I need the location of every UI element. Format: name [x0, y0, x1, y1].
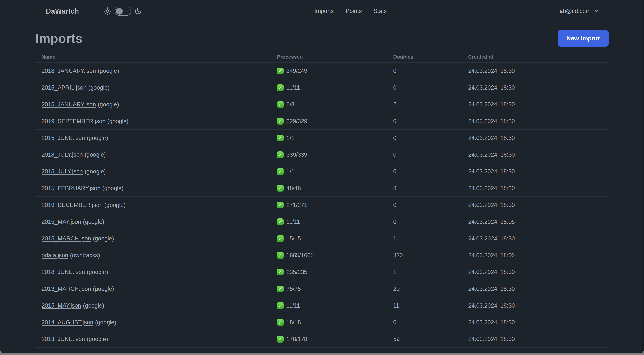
import-source-label: (google): [84, 151, 106, 158]
table-row: 2018_JULY.json(google) ✓ 339/339 0 24.03…: [36, 146, 608, 163]
import-file-link[interactable]: 2019_SEPTEMBER.json: [42, 118, 106, 124]
processed-count: 1/1: [286, 168, 294, 175]
column-header-processed: Processed: [277, 54, 393, 60]
import-source-label: (google): [87, 336, 108, 342]
processed-cell: ✓ 1/1: [277, 135, 393, 141]
name-cell: 2015_JANUARY.json(google): [36, 101, 277, 108]
name-cell: 2018_JANUARY.json(google): [36, 68, 277, 74]
import-file-link[interactable]: odata.json: [42, 252, 68, 259]
theme-toggle-group: [104, 6, 142, 16]
name-cell: 2019_DECEMBER.json(google): [36, 202, 277, 208]
doubles-cell: 0: [393, 319, 468, 326]
import-file-link[interactable]: 2015_JUNE.json: [42, 135, 85, 141]
table-header-row: Name Processed Doubles Created at: [36, 52, 608, 63]
import-file-link[interactable]: 2015_JULY.json: [42, 168, 83, 175]
doubles-cell: 1: [393, 269, 468, 276]
table-row: 2015_JANUARY.json(google) ✓ 8/8 2 24.03.…: [36, 96, 608, 113]
processed-cell: ✓ 1665/1665: [277, 252, 393, 259]
processed-cell: ✓ 1/1: [277, 168, 393, 175]
import-source-label: (google): [104, 202, 126, 208]
theme-toggle-switch[interactable]: [115, 6, 131, 16]
processed-count: 48/48: [286, 185, 301, 192]
import-file-link[interactable]: 2015_FEBRUARY.json: [42, 185, 100, 191]
success-check-icon: ✓: [277, 319, 284, 326]
name-cell: 2015_APRIL.json(google): [36, 84, 277, 91]
table-row: 2014_AUGUST.json(google) ✓ 18/18 0 24.03…: [36, 314, 608, 331]
processed-count: 15/15: [286, 235, 301, 242]
import-file-link[interactable]: 2014_AUGUST.json: [42, 319, 93, 326]
new-import-button[interactable]: New import: [558, 30, 608, 46]
success-check-icon: ✓: [277, 219, 284, 225]
name-cell: 2013_MARCH.json(google): [36, 286, 277, 292]
import-source-label: (google): [87, 135, 108, 141]
processed-cell: ✓ 235/235: [277, 269, 393, 276]
import-file-link[interactable]: 2015_JANUARY.json: [42, 101, 96, 108]
processed-count: 249/249: [286, 68, 307, 74]
brand-logo[interactable]: DaWarIch: [46, 7, 79, 15]
import-source-label: (google): [83, 219, 104, 225]
import-file-link[interactable]: 2019_DECEMBER.json: [42, 202, 102, 208]
doubles-cell: 11: [393, 302, 468, 309]
processed-count: 339/339: [286, 151, 307, 158]
doubles-cell: 2: [393, 101, 468, 108]
success-check-icon: ✓: [277, 336, 284, 343]
import-file-link[interactable]: 2018_JANUARY.json: [42, 68, 96, 74]
import-file-link[interactable]: 2015_MAY.json: [42, 302, 81, 309]
moon-icon: [134, 8, 142, 15]
processed-count: 235/235: [286, 269, 307, 276]
nav-link-imports[interactable]: Imports: [314, 8, 334, 14]
doubles-cell: 1: [393, 235, 468, 242]
main-nav: Imports Points Stats: [142, 8, 560, 14]
nav-link-stats[interactable]: Stats: [374, 8, 387, 14]
success-check-icon: ✓: [277, 202, 284, 208]
success-check-icon: ✓: [277, 84, 284, 91]
import-file-link[interactable]: 2018_JUNE.json: [42, 269, 85, 275]
processed-cell: ✓ 18/18: [277, 319, 393, 326]
processed-cell: ✓: [277, 348, 393, 353]
created-at-cell: 24.03.2024, 18:30: [468, 118, 608, 125]
account-menu[interactable]: ab@cd.com: [560, 8, 599, 14]
import-source-label: (owntracks): [70, 252, 100, 259]
processed-count: 1/1: [286, 135, 294, 141]
table-row: ✓: [36, 348, 608, 353]
success-check-icon: ✓: [277, 168, 284, 175]
import-source-label: (google): [98, 101, 119, 108]
chevron-down-icon: [594, 8, 599, 14]
table-row: odata.json(owntracks) ✓ 1665/1665 820 24…: [36, 247, 608, 264]
name-cell: 2018_JULY.json(google): [36, 151, 277, 158]
created-at-cell: 24.03.2024, 18:05: [468, 219, 608, 225]
success-check-icon: ✓: [277, 269, 284, 276]
scrollbar-track[interactable]: [642, 0, 644, 353]
doubles-cell: 0: [393, 118, 468, 125]
navbar: DaWarIch: [0, 0, 644, 22]
name-cell: 2014_AUGUST.json(google): [36, 319, 277, 326]
name-cell: 2015_JULY.json(google): [36, 168, 277, 175]
name-cell: 2013_JUNE.json(google): [36, 336, 277, 343]
doubles-cell: 0: [393, 68, 468, 74]
import-file-link[interactable]: 2015_MARCH.json: [42, 235, 91, 242]
table-row: 2018_JANUARY.json(google) ✓ 249/249 0 24…: [36, 63, 608, 79]
processed-cell: ✓ 271/271: [277, 202, 393, 208]
import-file-link[interactable]: 2015_APRIL.json: [42, 84, 86, 91]
import-source-label: (google): [83, 302, 104, 309]
column-header-created-at: Created at: [468, 54, 608, 60]
nav-link-points[interactable]: Points: [346, 8, 362, 14]
success-check-icon: ✓: [277, 151, 284, 158]
import-file-link[interactable]: 2013_MARCH.json: [42, 286, 91, 292]
import-file-link[interactable]: 2013_JUNE.json: [42, 336, 85, 342]
success-check-icon: ✓: [277, 286, 284, 292]
import-file-link[interactable]: 2015_MAY.json: [42, 219, 81, 225]
import-source-label: (google): [88, 84, 110, 91]
created-at-cell: 24.03.2024, 18:30: [468, 235, 608, 242]
processed-cell: ✓ 11/11: [277, 84, 393, 91]
name-cell: 2015_MAY.json(google): [36, 219, 277, 225]
import-file-link[interactable]: 2018_JULY.json: [42, 151, 83, 158]
name-cell: 2018_JUNE.json(google): [36, 269, 277, 276]
main-content: Imports New import Name Processed Double…: [0, 30, 644, 353]
created-at-cell: 24.03.2024, 18:30: [468, 286, 608, 292]
processed-cell: ✓ 48/48: [277, 185, 393, 192]
success-check-icon: ✓: [277, 101, 284, 108]
account-email: ab@cd.com: [560, 8, 590, 14]
import-source-label: (google): [87, 269, 108, 275]
name-cell: 2019_SEPTEMBER.json(google): [36, 118, 277, 125]
